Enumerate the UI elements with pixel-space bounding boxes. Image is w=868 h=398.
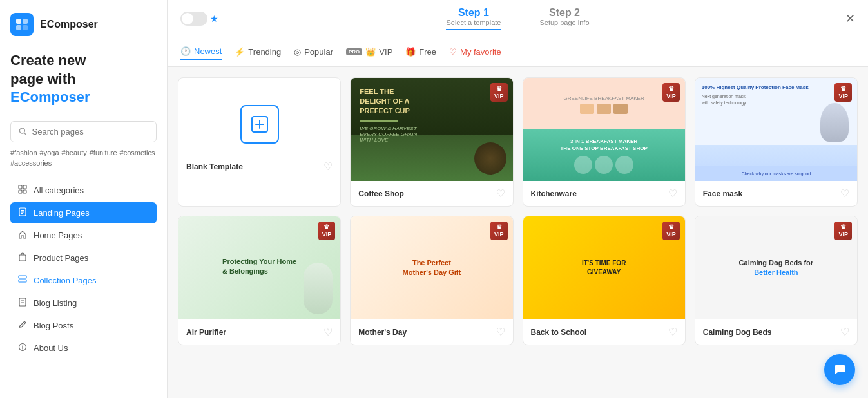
crown-icon: ♛ xyxy=(668,85,674,93)
template-card-mothersday[interactable]: The PerfectMother's Day Gift ♛ VIP Mothe… xyxy=(350,216,513,345)
trending-icon: ⚡ xyxy=(235,47,245,57)
filter-popular[interactable]: ◎ Popular xyxy=(294,44,333,59)
grid-icon xyxy=(18,185,27,196)
tag-funiture[interactable]: #funiture xyxy=(90,149,117,156)
sidebar-item-product-pages[interactable]: Product Pages xyxy=(10,247,157,269)
favorite-button[interactable]: ♡ xyxy=(668,187,677,200)
step1-number: Step 1 xyxy=(446,7,501,19)
page-icon xyxy=(18,207,27,218)
home-icon xyxy=(18,230,27,241)
filter-label: Newest xyxy=(194,46,222,56)
newest-icon: 🕐 xyxy=(180,46,191,56)
template-card-facemask[interactable]: 100% Highest Quality Protection Face Mas… xyxy=(695,77,858,207)
svg-rect-6 xyxy=(19,185,22,189)
chat-button[interactable] xyxy=(824,354,855,385)
vip-badge-backtoschool: ♛ VIP xyxy=(662,222,680,240)
favorite-button[interactable]: ♡ xyxy=(323,326,333,338)
svg-rect-9 xyxy=(23,190,26,193)
search-icon xyxy=(19,127,27,136)
svg-point-22 xyxy=(22,345,23,345)
kit-top-text: GREENLIFE BREAKFAST MAKER xyxy=(564,95,644,101)
favorite-button[interactable]: ♡ xyxy=(496,187,505,200)
svg-rect-3 xyxy=(23,25,28,30)
close-button[interactable]: ✕ xyxy=(845,12,855,26)
template-card-airpurifier[interactable]: Protecting Your Home& Belongings ♛ VIP A… xyxy=(178,216,341,345)
crown-icon: ♛ xyxy=(496,85,502,93)
favorite-button[interactable]: ♡ xyxy=(840,187,849,200)
filter-vip[interactable]: PRO 👑 VIP xyxy=(346,44,392,59)
template-card-dogbed[interactable]: Calming Dog Beds forBetter Health ♛ VIP … xyxy=(695,216,858,345)
favorite-button[interactable]: ♡ xyxy=(323,160,333,173)
crown-icon: ♛ xyxy=(840,223,846,231)
favorite-button[interactable]: ♡ xyxy=(840,326,849,338)
search-input[interactable] xyxy=(32,127,148,137)
filter-my-favorite[interactable]: ♡ My favorite xyxy=(449,44,501,59)
sidebar-item-label: Landing Pages xyxy=(34,208,90,218)
app-name: EComposer xyxy=(40,19,98,30)
steps-bar: ★ Step 1 Select a template Step 2 Setup … xyxy=(168,0,868,37)
template-card-backtoschool[interactable]: IT'S TIME FORGIVEAWAY ♛ VIP Back to Scho… xyxy=(523,216,686,345)
facemask-tagline: 100% Highest Quality Protection Face Mas… xyxy=(702,84,813,91)
sidebar-item-label: Product Pages xyxy=(34,253,88,263)
sidebar-item-label: Home Pages xyxy=(34,231,82,240)
filter-label: My favorite xyxy=(460,47,501,57)
favorite-button[interactable]: ♡ xyxy=(668,326,677,338)
card-name: Coffee Shop xyxy=(358,189,404,198)
mothersday-tagline: The PerfectMother's Day Gift xyxy=(403,258,461,278)
svg-line-5 xyxy=(24,133,26,135)
view-toggle[interactable] xyxy=(180,12,207,26)
sidebar-item-home-pages[interactable]: Home Pages xyxy=(10,225,157,246)
step1[interactable]: Step 1 Select a template xyxy=(446,7,501,30)
search-box[interactable] xyxy=(10,121,157,142)
sidebar-item-label: Blog Listing xyxy=(34,298,77,308)
logo-area: EComposer xyxy=(10,13,157,36)
filter-newest[interactable]: 🕐 Newest xyxy=(180,44,222,60)
sidebar-item-about-us[interactable]: About Us xyxy=(10,337,157,359)
coffee-tagline: FEEL THEDELIGHT OF APREFECT CUP xyxy=(360,87,503,116)
filter-trending[interactable]: ⚡ Trending xyxy=(235,44,281,59)
crown-icon: ♛ xyxy=(668,223,674,231)
template-card-kitchenware[interactable]: GREENLIFE BREAKFAST MAKER 3 IN 1 BREAKFA… xyxy=(523,77,686,207)
step2[interactable]: Step 2 Setup page info xyxy=(539,7,589,30)
favorite-button[interactable]: ♡ xyxy=(496,326,505,338)
coffee-sub: WE GROW & HARVESTEVERY COFFEE GRAINWITH … xyxy=(360,126,503,143)
card-image-kitchenware: GREENLIFE BREAKFAST MAKER 3 IN 1 BREAKFA… xyxy=(523,78,685,181)
collection-icon xyxy=(18,275,27,286)
sidebar-item-blog-listing[interactable]: Blog Listing xyxy=(10,292,157,314)
sidebar-item-blog-posts[interactable]: Blog Posts xyxy=(10,315,157,336)
card-name: Mother's Day xyxy=(358,328,407,337)
tag-accessories[interactable]: #accessories xyxy=(10,159,52,167)
filter-free[interactable]: 🎁 Free xyxy=(405,44,436,59)
card-name: Back to School xyxy=(531,328,587,337)
card-image-airpurifier: Protecting Your Home& Belongings ♛ VIP xyxy=(178,216,340,319)
svg-rect-2 xyxy=(16,25,21,30)
card-name: Calming Dog Beds xyxy=(703,328,772,337)
tag-yoga[interactable]: #yoga xyxy=(40,149,59,156)
sidebar-item-all-categories[interactable]: All categories xyxy=(10,180,157,201)
card-name: Air Purifier xyxy=(186,328,226,337)
sidebar-item-label: About Us xyxy=(34,343,68,353)
template-grid: Blank Template ♡ FEEL THEDELIGHT OF APRE… xyxy=(168,67,868,398)
card-image-dogbed: Calming Dog Beds forBetter Health ♛ VIP xyxy=(695,216,857,319)
sidebar: EComposer Create new page with EComposer… xyxy=(0,0,168,398)
tags-area: #fashion #yoga #beauty #funiture #cosmet… xyxy=(10,149,157,167)
template-card-coffee[interactable]: FEEL THEDELIGHT OF APREFECT CUP WE GROW … xyxy=(350,77,513,207)
sidebar-item-landing-pages[interactable]: Landing Pages xyxy=(10,202,157,223)
template-card-blank[interactable]: Blank Template ♡ xyxy=(178,77,341,207)
svg-rect-7 xyxy=(23,185,26,189)
filter-label: VIP xyxy=(379,47,392,57)
vip-pro-badge: PRO xyxy=(346,48,362,55)
tag-fashion[interactable]: #fashion xyxy=(10,149,37,156)
card-name: Face mask xyxy=(703,189,742,198)
toggle-area: ★ xyxy=(180,12,218,26)
tag-cosmetics[interactable]: #cosmetics xyxy=(120,149,155,156)
filter-label: Popular xyxy=(304,47,333,57)
sidebar-item-collection-pages[interactable]: Collection Pages xyxy=(10,270,157,291)
info-icon xyxy=(18,343,27,354)
nav-list: All categories Landing Pages Home Pages xyxy=(10,180,157,359)
favorite-heart-icon: ♡ xyxy=(449,47,457,57)
filter-label: Trending xyxy=(248,47,281,57)
tag-beauty[interactable]: #beauty xyxy=(62,149,87,156)
vip-badge-airpurifier: ♛ VIP xyxy=(318,222,336,240)
crown-icon: ♛ xyxy=(323,223,329,231)
